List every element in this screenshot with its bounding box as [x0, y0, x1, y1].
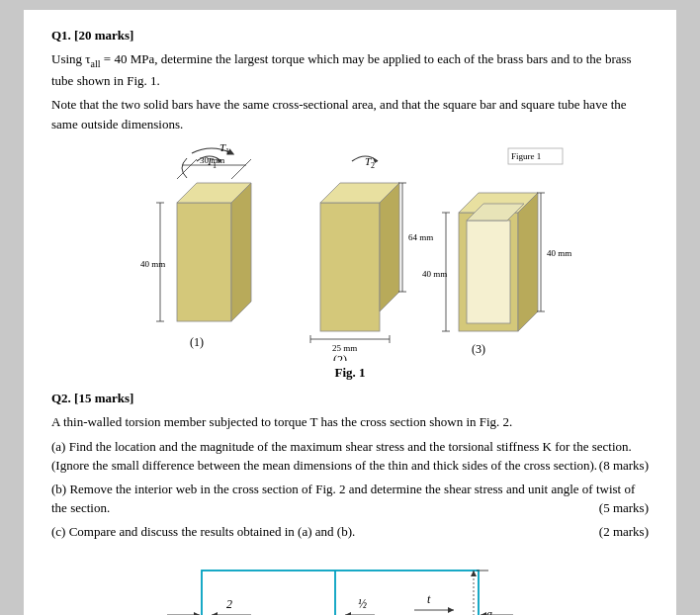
svg-rect-39 — [467, 220, 510, 323]
q2-intro: A thin-walled torsion member subjected t… — [51, 412, 649, 432]
svg-rect-2 — [177, 203, 231, 321]
q1-text1: Using τall = 40 MPa, determine the large… — [51, 49, 649, 90]
svg-text:t: t — [427, 592, 431, 606]
svg-line-9 — [177, 159, 197, 179]
fig1-svg: T 1 40 mm — [123, 143, 577, 361]
svg-line-10 — [231, 159, 251, 179]
svg-marker-62 — [448, 607, 454, 613]
svg-text:a: a — [486, 607, 492, 615]
q1-header: Q1. [20 marks] — [51, 28, 649, 44]
svg-text:1: 1 — [225, 147, 229, 156]
q1-text2: Note that the two solid bars have the sa… — [51, 95, 649, 133]
svg-marker-66 — [471, 571, 477, 576]
svg-text:64 mm: 64 mm — [408, 232, 433, 242]
fig2-area: 2 ½ t a 2 — [51, 551, 649, 615]
fig1-caption: Fig. 1 — [51, 365, 649, 381]
svg-text:½: ½ — [358, 597, 367, 611]
svg-text:(3): (3) — [472, 342, 485, 356]
svg-rect-53 — [202, 571, 479, 615]
q2-part-a-text: (a) Find the location and the magnitude … — [51, 439, 632, 474]
svg-text:25 mm: 25 mm — [332, 343, 357, 353]
svg-text:2: 2 — [371, 161, 375, 170]
q2-section: Q2. [15 marks] A thin-walled torsion mem… — [51, 391, 649, 615]
svg-marker-22 — [380, 183, 399, 311]
q2-part-b-text: (b) Remove the interior web in the cross… — [51, 482, 635, 516]
q2-part-a-marks: (8 marks) — [599, 456, 649, 476]
q2-part-c-marks: (2 marks) — [599, 522, 649, 542]
svg-text:Figure 1: Figure 1 — [511, 151, 541, 161]
svg-text:40 mm: 40 mm — [422, 269, 447, 279]
svg-text:(2): (2) — [333, 353, 347, 361]
q2-part-a: (a) Find the location and the magnitude … — [51, 437, 649, 476]
q2-part-c-text: (c) Compare and discuss the results obta… — [51, 524, 355, 539]
q2-header: Q2. [15 marks] — [51, 391, 649, 406]
q2-part-b: (b) Remove the interior web in the cross… — [51, 480, 649, 518]
svg-text:2: 2 — [226, 597, 232, 611]
fig1-area: T 1 40 mm — [51, 143, 649, 361]
fig2-svg: 2 ½ t a 2 — [162, 551, 538, 615]
page: Q1. [20 marks] Using τall = 40 MPa, dete… — [24, 10, 676, 615]
svg-text:(1): (1) — [190, 335, 204, 349]
svg-marker-38 — [518, 193, 538, 331]
svg-rect-20 — [320, 203, 380, 331]
q2-part-b-marks: (5 marks) — [599, 498, 649, 518]
svg-text:40 mm: 40 mm — [547, 248, 571, 258]
svg-text:1: 1 — [213, 161, 217, 170]
q2-part-c: (c) Compare and discuss the results obta… — [51, 522, 649, 542]
svg-text:40 mm: 40 mm — [140, 259, 165, 269]
svg-marker-4 — [231, 183, 251, 321]
